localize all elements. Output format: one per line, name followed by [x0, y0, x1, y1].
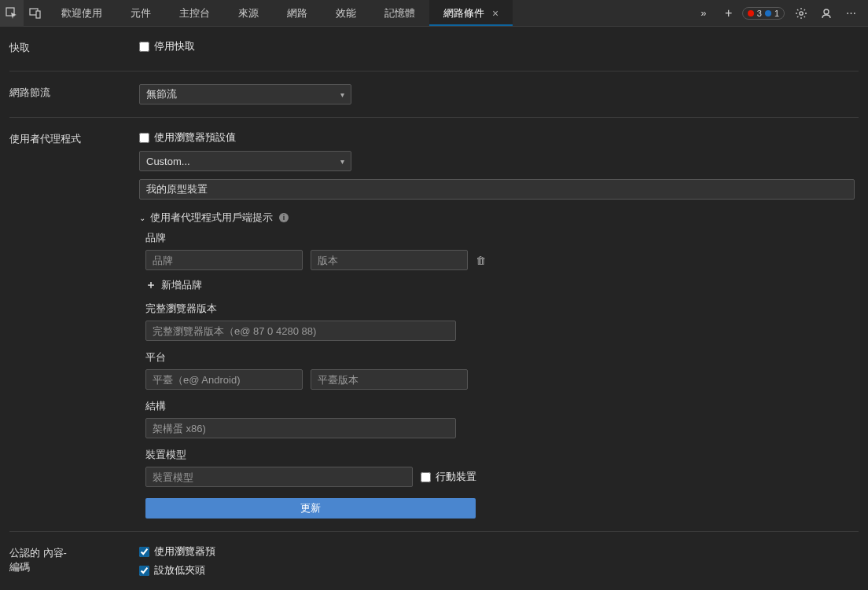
- more-icon[interactable]: ⋯: [840, 0, 863, 27]
- encoding-section: 公認的 內容- 編碼 使用瀏覽器預 設放低夾頭: [9, 532, 859, 590]
- svg-point-3: [800, 11, 803, 14]
- client-hints-body: 品牌 🗑 ＋ 新增品牌 完整瀏覽器版本 平台 結構: [139, 231, 859, 519]
- tab-elements[interactable]: 元件: [116, 0, 165, 26]
- encoding-title: 公認的 內容- 編碼: [9, 544, 139, 582]
- throttle-select[interactable]: 無節流 ▾: [139, 84, 351, 104]
- tab-network-conditions[interactable]: 網路條件 ×: [429, 0, 513, 26]
- tab-memory[interactable]: 記憶體: [370, 0, 429, 26]
- mobile-input[interactable]: [421, 472, 431, 482]
- checkbox-label: 使用瀏覽器預: [154, 544, 215, 559]
- tab-label: 主控台: [179, 6, 210, 20]
- tab-strip: 歡迎使用 元件 主控台 來源 網路 效能 記憶體 網路條件 ×: [47, 0, 692, 26]
- info-icon[interactable]: i: [279, 213, 289, 222]
- platform-input[interactable]: [145, 369, 303, 390]
- platform-label: 平台: [145, 350, 859, 365]
- svg-point-4: [824, 9, 829, 14]
- tab-label: 來源: [238, 6, 259, 20]
- platform-version-input[interactable]: [311, 369, 468, 390]
- cache-title: 快取: [9, 39, 139, 58]
- deflate-checkbox[interactable]: 設放低夾頭: [139, 563, 859, 577]
- tab-performance[interactable]: 效能: [322, 0, 370, 26]
- error-dot-icon: [748, 10, 754, 16]
- checkbox-label: 行動裝置: [436, 470, 476, 484]
- throttle-section: 網路節流 無節流 ▾: [9, 71, 859, 118]
- chevron-down-icon: ▾: [340, 90, 344, 99]
- svg-rect-2: [36, 11, 40, 18]
- use-browser-default-checkbox[interactable]: 使用瀏覽器預: [139, 544, 859, 559]
- checkbox-label: 設放低夾頭: [154, 563, 205, 577]
- disable-cache-checkbox[interactable]: 停用快取: [139, 39, 859, 53]
- add-brand-label: 新增品牌: [161, 278, 202, 292]
- tab-label: 元件: [131, 6, 151, 20]
- update-button[interactable]: 更新: [145, 498, 476, 519]
- checkbox-label: 停用快取: [154, 39, 195, 53]
- tab-label: 歡迎使用: [61, 6, 102, 20]
- close-icon[interactable]: ×: [492, 7, 498, 20]
- tab-console[interactable]: 主控台: [165, 0, 224, 26]
- tab-label: 記憶體: [384, 6, 415, 20]
- add-tab-icon[interactable]: +: [717, 0, 741, 27]
- tab-label: 網路: [287, 6, 307, 20]
- select-value: Custom...: [146, 156, 190, 167]
- ua-preset-select[interactable]: Custom... ▾: [139, 151, 351, 171]
- cache-section: 快取 停用快取: [9, 27, 859, 71]
- throttle-title: 網路節流: [9, 84, 139, 104]
- plus-icon: ＋: [145, 278, 156, 292]
- arch-input[interactable]: [145, 418, 456, 438]
- brand-input[interactable]: [145, 250, 303, 270]
- arch-label: 結構: [145, 399, 859, 413]
- full-version-input[interactable]: [145, 321, 456, 341]
- checkbox-label: 使用瀏覽器預設值: [154, 130, 236, 145]
- brand-version-input[interactable]: [311, 250, 468, 270]
- info-count: 1: [774, 9, 779, 18]
- deflate-input[interactable]: [139, 566, 149, 576]
- brand-label: 品牌: [145, 231, 859, 245]
- full-version-label: 完整瀏覽器版本: [145, 302, 859, 316]
- model-input[interactable]: [145, 467, 413, 487]
- tab-label: 效能: [336, 6, 356, 20]
- inspect-icon[interactable]: [0, 0, 24, 27]
- model-label: 裝置模型: [145, 448, 859, 462]
- toolbar-right: » + 3 1 ⋯: [692, 0, 868, 27]
- tab-sources[interactable]: 來源: [224, 0, 273, 26]
- use-browser-default-input[interactable]: [139, 547, 149, 557]
- info-dot-icon: [765, 10, 771, 16]
- chevron-down-icon: ⌄: [139, 214, 145, 222]
- add-brand-button[interactable]: ＋ 新增品牌: [145, 278, 859, 292]
- more-tabs-icon[interactable]: »: [692, 0, 715, 27]
- client-hints-expander[interactable]: ⌄ 使用者代理程式用戶端提示 i: [139, 211, 859, 225]
- feedback-icon[interactable]: [815, 0, 838, 27]
- toolbar: 歡迎使用 元件 主控台 來源 網路 效能 記憶體 網路條件 × » + 3 1 …: [0, 0, 868, 27]
- tab-welcome[interactable]: 歡迎使用: [47, 0, 116, 26]
- device-toggle-icon[interactable]: [24, 0, 47, 27]
- use-default-input[interactable]: [139, 133, 149, 143]
- tab-label: 網路條件: [443, 6, 484, 20]
- ua-title: 使用者代理程式: [9, 130, 139, 519]
- ua-string-input[interactable]: [139, 179, 855, 200]
- panel-content: 快取 停用快取 網路節流 無節流 ▾ 使用者代理程式 使用瀏覽器預設值 Cus: [0, 27, 868, 590]
- disable-cache-input[interactable]: [139, 42, 149, 52]
- chevron-down-icon: ▾: [340, 157, 344, 166]
- issues-badge[interactable]: 3 1: [742, 7, 785, 20]
- select-value: 無節流: [146, 87, 177, 101]
- tab-network[interactable]: 網路: [273, 0, 322, 26]
- encoding-title-line2: 編碼: [9, 560, 139, 574]
- user-agent-section: 使用者代理程式 使用瀏覽器預設值 Custom... ▾ ⌄ 使用者代理程式用戶…: [9, 118, 859, 532]
- encoding-title-line1: 公認的 內容-: [9, 546, 139, 560]
- delete-icon[interactable]: 🗑: [476, 255, 486, 266]
- mobile-checkbox[interactable]: 行動裝置: [421, 470, 476, 484]
- expander-title: 使用者代理程式用戶端提示: [150, 211, 273, 225]
- settings-icon[interactable]: [789, 0, 813, 27]
- use-default-checkbox[interactable]: 使用瀏覽器預設值: [139, 130, 859, 145]
- error-count: 3: [757, 9, 762, 18]
